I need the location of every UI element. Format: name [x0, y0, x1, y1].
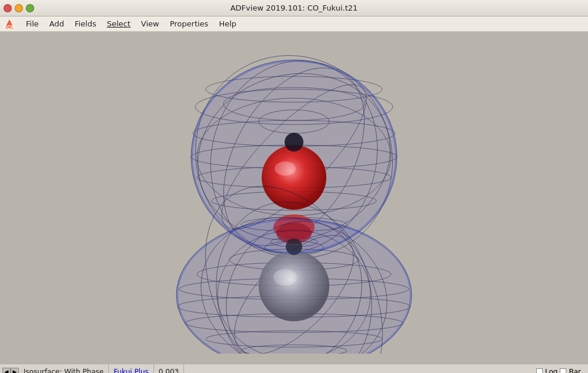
menu-properties[interactable]: Properties — [165, 18, 213, 29]
viewport[interactable] — [0, 32, 588, 364]
svg-point-24 — [275, 162, 296, 176]
scroll-left-button[interactable]: ◀ — [2, 368, 11, 374]
bar-label: Bar — [569, 368, 581, 374]
menu-fields[interactable]: Fields — [70, 18, 101, 29]
menu-bar: SCM File Add Fields Select View Properti… — [0, 16, 588, 32]
status-right-controls: Log Bar — [536, 368, 586, 374]
value-label: 0.003 — [154, 364, 184, 373]
window-controls[interactable] — [4, 4, 34, 12]
log-checkbox[interactable] — [536, 368, 543, 373]
menu-select[interactable]: Select — [102, 18, 135, 29]
minimize-button[interactable] — [15, 4, 23, 12]
scm-logo: SCM — [2, 19, 16, 29]
svg-point-45 — [259, 251, 329, 321]
orbital-visualization — [147, 42, 441, 354]
svg-point-25 — [285, 133, 303, 152]
isosurface-label: Isosurface: With Phase — [19, 364, 109, 373]
scm-logo-icon: SCM — [2, 19, 16, 29]
log-label: Log — [545, 368, 557, 374]
close-button[interactable] — [4, 4, 12, 12]
menu-view[interactable]: View — [136, 18, 164, 29]
menu-add[interactable]: Add — [45, 18, 69, 29]
bar-checkbox[interactable] — [560, 368, 566, 373]
svg-point-23 — [262, 145, 326, 210]
menu-file[interactable]: File — [21, 18, 44, 29]
title-bar: ADFview 2019.101: CO_Fukui.t21 — [0, 0, 588, 16]
svg-point-46 — [273, 269, 297, 285]
maximize-button[interactable] — [26, 4, 34, 12]
menu-help[interactable]: Help — [214, 18, 241, 29]
status-bar: ◀ ▶ Isosurface: With Phase Fukui Plus 0.… — [0, 364, 588, 373]
scroll-right-button[interactable]: ▶ — [11, 368, 19, 374]
window-title: ADFview 2019.101: CO_Fukui.t21 — [230, 4, 358, 12]
visualization-area[interactable] — [0, 32, 588, 364]
field-label: Fukui Plus — [109, 364, 154, 373]
svg-text:SCM: SCM — [4, 24, 15, 29]
